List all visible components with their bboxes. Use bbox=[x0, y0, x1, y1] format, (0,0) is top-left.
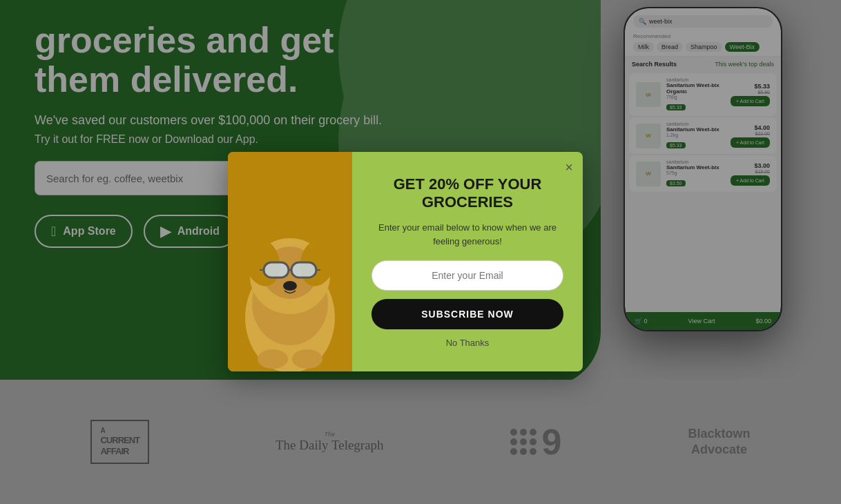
modal-no-thanks-button[interactable]: No Thanks bbox=[446, 338, 490, 348]
svg-point-14 bbox=[283, 281, 297, 291]
modal-subscribe-button[interactable]: SUBSCRIBE NOW bbox=[371, 299, 563, 329]
modal-close-button[interactable]: × bbox=[565, 160, 573, 174]
discount-modal: × GET 20% OFF YOUR GROCERIES Enter your … bbox=[228, 152, 583, 371]
modal-dog-image bbox=[228, 152, 352, 371]
modal-overlay[interactable]: × GET 20% OFF YOUR GROCERIES Enter your … bbox=[0, 0, 841, 504]
svg-point-15 bbox=[258, 349, 288, 369]
modal-content: × GET 20% OFF YOUR GROCERIES Enter your … bbox=[352, 152, 583, 371]
svg-point-16 bbox=[292, 349, 322, 369]
modal-email-input[interactable] bbox=[371, 260, 563, 291]
dog-svg bbox=[228, 152, 352, 371]
modal-headline: GET 20% OFF YOUR GROCERIES bbox=[371, 175, 563, 212]
svg-rect-10 bbox=[291, 262, 316, 278]
modal-subtext: Enter your email below to know when we a… bbox=[371, 221, 563, 248]
svg-rect-9 bbox=[264, 262, 289, 278]
